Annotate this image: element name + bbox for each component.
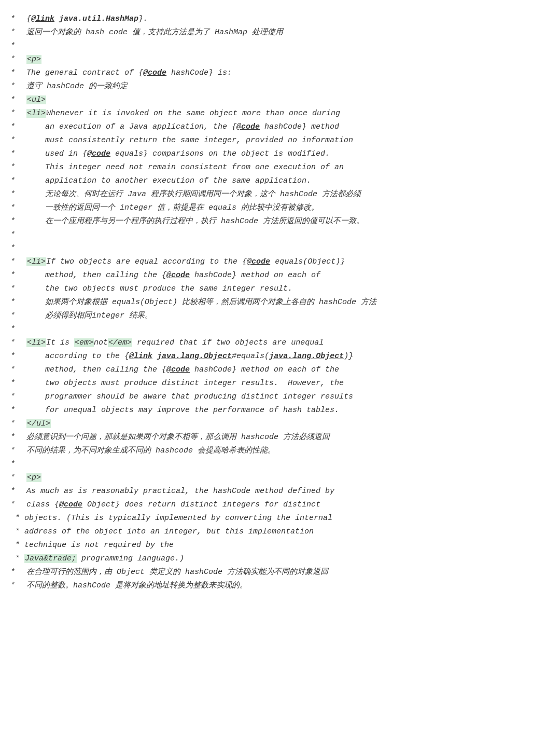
line-content: 不同的结果，为不同对象生成不同的 hashcode 会提高哈希表的性能。 (22, 445, 550, 457)
star-prefix: * (10, 13, 20, 25)
star-prefix: * (10, 229, 20, 241)
star-prefix: * (10, 485, 20, 498)
star-prefix: * (10, 26, 20, 39)
line-25: * <li>It is <em>not</em> required that i… (10, 336, 550, 350)
tag-element: </ul> (26, 419, 51, 428)
line-33: * 不同的结果，为不同对象生成不同的 hashcode 会提高哈希表的性能。 (10, 444, 550, 458)
italic-text: hashcode (241, 433, 278, 442)
line-7: * <ul> (10, 93, 550, 107)
star-prefix: * (10, 283, 20, 295)
line-32: * 必须意识到一个问题，那就是如果两个对象不相等，那么调用 hashcode 方… (10, 431, 550, 444)
link-text: @code (143, 68, 166, 77)
tag-element: Java&trade; (24, 554, 77, 563)
line-41: * Java&trade; programming language.) (10, 552, 550, 566)
line-content: * Java&trade; programming language.) (10, 553, 550, 565)
line-1: * {@link java.util.HashMap}. (10, 12, 550, 26)
italic-text: integer (120, 203, 152, 212)
line-35: * <p> (10, 471, 550, 485)
line-content: 必须得到相同integer 结果。 (22, 310, 550, 322)
line-15: * 一致性的返回同一个 integer 值，前提是在 equals 的比较中没有… (10, 201, 550, 215)
line-4: * <p> (10, 53, 550, 66)
line-30: * for unequal objects may improve the pe… (10, 404, 550, 417)
line-27: * method, then calling the {@code hashCo… (10, 363, 550, 377)
line-6: * 遵守 hashCode 的一致约定 (10, 80, 550, 93)
line-24: * (10, 323, 550, 336)
line-11: * used in {@code equals} comparisons on … (10, 147, 550, 161)
link-text: @code (247, 257, 270, 266)
italic-text: hashCode (280, 190, 317, 199)
star-prefix: * (10, 107, 20, 120)
tag-element: <p> (26, 473, 41, 482)
line-content: 在合理可行的范围内，由 Object 类定义的 hashCode 方法确实能为不… (22, 566, 550, 579)
line-content: 必须意识到一个问题，那就是如果两个对象不相等，那么调用 hashcode 方法必… (22, 431, 550, 444)
star-prefix: * (10, 337, 20, 349)
line-content: </ul> (22, 418, 550, 430)
star-prefix: * (10, 418, 20, 430)
star-prefix: * (10, 40, 20, 52)
link-text: @code (87, 149, 110, 158)
line-content: 如果两个对象根据 equals(Object) 比较相等，然后调用两个对象上各自… (22, 296, 550, 309)
line-5: * The general contract of {@code hashCod… (10, 66, 550, 80)
line-9: * an execution of a Java application, th… (10, 120, 550, 134)
line-content: 无论每次、何时在运行 Java 程序执行期间调用同一个对象，这个 hashCod… (22, 188, 550, 201)
line-8: * <li>Whenever it is invoked on the same… (10, 107, 550, 120)
link-text: @code (236, 122, 260, 131)
italic-text: hashCode (185, 568, 222, 577)
line-29: * programmer should be aware that produc… (10, 390, 550, 404)
line-content: * objects. (This is typically implemente… (10, 512, 550, 525)
line-content: {@link java.util.HashMap}. (22, 13, 550, 25)
star-prefix: * (10, 404, 20, 417)
line-content: <p> (22, 472, 550, 484)
link-text: @link (129, 352, 152, 361)
star-prefix: * (10, 202, 20, 214)
line-content: an execution of a Java application, the … (22, 121, 550, 133)
line-content: must consistently return the same intege… (22, 134, 550, 147)
tag-element: <li> (26, 109, 46, 118)
star-prefix: * (10, 566, 20, 579)
line-12: * This integer need not remain consisten… (10, 161, 550, 174)
star-prefix: * (10, 431, 20, 444)
star-prefix: * (10, 350, 20, 363)
bold-link-text: java.lang.Object (157, 352, 232, 361)
italic-text: hashCode (73, 581, 110, 590)
line-content: application to another execution of the … (22, 175, 550, 187)
line-content: 在一个应用程序与另一个程序的执行过程中，执行 hashCode 方法所返回的值可… (22, 215, 550, 228)
line-21: * the two objects must produce the same … (10, 282, 550, 296)
star-prefix: * (10, 499, 20, 511)
bold-text: java.util.HashMap (54, 15, 138, 23)
link-text: @code (59, 500, 82, 509)
star-prefix: * (10, 53, 20, 66)
star-prefix: * (10, 472, 20, 484)
line-content: the two objects must produce the same in… (22, 283, 550, 295)
line-content: used in {@code equals} comparisons on th… (22, 148, 550, 160)
link-text: @code (166, 365, 190, 374)
link-text: @link (31, 15, 54, 23)
italic-text: HashMap (215, 28, 247, 37)
line-14: * 无论每次、何时在运行 Java 程序执行期间调用同一个对象，这个 hashC… (10, 188, 550, 201)
line-42: * 在合理可行的范围内，由 Object 类定义的 hashCode 方法确实能… (10, 566, 550, 579)
line-content: This integer need not remain consistent … (22, 161, 550, 174)
star-prefix: * (10, 161, 20, 174)
star-prefix: * (10, 188, 20, 201)
star-prefix: * (10, 175, 20, 187)
line-31: * </ul> (10, 417, 550, 431)
line-content: * technique is not required by the (10, 539, 550, 552)
line-40: * technique is not required by the (10, 539, 550, 552)
line-content: <p> (22, 53, 550, 66)
star-prefix: * (10, 242, 20, 255)
line-content: programmer should be aware that producin… (22, 391, 550, 403)
line-content: The general contract of {@code hashCode}… (22, 67, 550, 79)
line-13: * application to another execution of th… (10, 174, 550, 188)
line-content: according to the {@link java.lang.Object… (22, 350, 550, 363)
line-content: <li>Whenever it is invoked on the same o… (22, 107, 550, 120)
star-prefix: * (10, 94, 20, 106)
star-prefix: * (10, 364, 20, 376)
italic-text: equals(Object) (112, 298, 177, 307)
italic-text: integer (92, 311, 124, 320)
line-content: for unequal objects may improve the perf… (22, 404, 550, 417)
line-16: * 在一个应用程序与另一个程序的执行过程中，执行 hashCode 方法所返回的… (10, 215, 550, 228)
tag-element: <li> (26, 257, 46, 266)
line-19: * <li>If two objects are equal according… (10, 255, 550, 269)
line-26: * according to the {@link java.lang.Obje… (10, 350, 550, 363)
line-content: method, then calling the {@code hashCode… (22, 269, 550, 282)
